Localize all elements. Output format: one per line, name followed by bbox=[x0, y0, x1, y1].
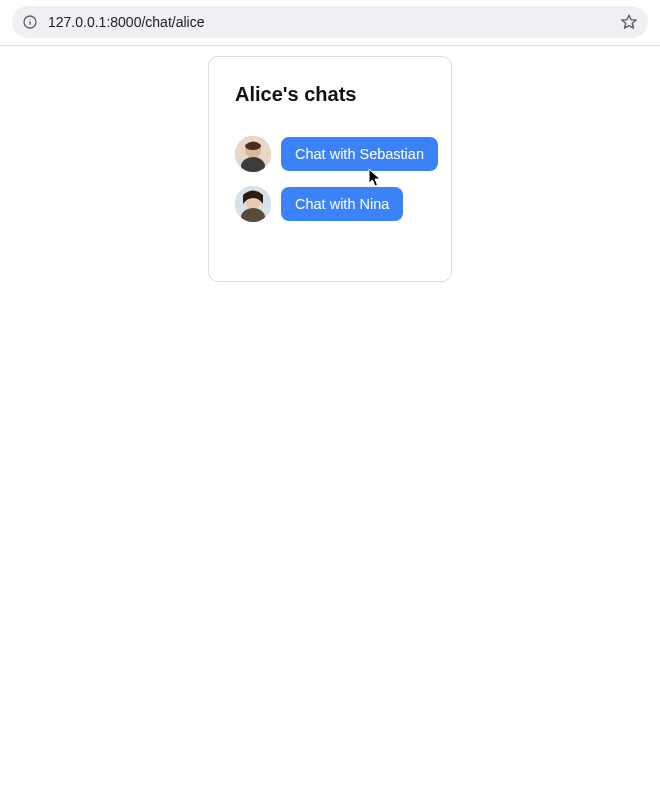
card-title: Alice's chats bbox=[235, 83, 425, 106]
site-info-icon[interactable] bbox=[22, 14, 38, 30]
chat-row: Chat with Nina bbox=[235, 186, 425, 222]
chats-card: Alice's chats Chat with Sebastian bbox=[208, 56, 452, 282]
browser-address-bar: 127.0.0.1:8000/chat/alice bbox=[0, 0, 660, 46]
chat-with-sebastian-button[interactable]: Chat with Sebastian bbox=[281, 137, 438, 171]
chat-row: Chat with Sebastian bbox=[235, 136, 425, 172]
chat-with-nina-button[interactable]: Chat with Nina bbox=[281, 187, 403, 221]
bookmark-star-icon[interactable] bbox=[620, 13, 638, 31]
url-field[interactable]: 127.0.0.1:8000/chat/alice bbox=[12, 6, 648, 38]
page-content: Alice's chats Chat with Sebastian bbox=[0, 46, 660, 282]
svg-marker-3 bbox=[622, 15, 636, 28]
sebastian-avatar bbox=[235, 136, 271, 172]
url-text[interactable]: 127.0.0.1:8000/chat/alice bbox=[48, 14, 610, 30]
nina-avatar bbox=[235, 186, 271, 222]
